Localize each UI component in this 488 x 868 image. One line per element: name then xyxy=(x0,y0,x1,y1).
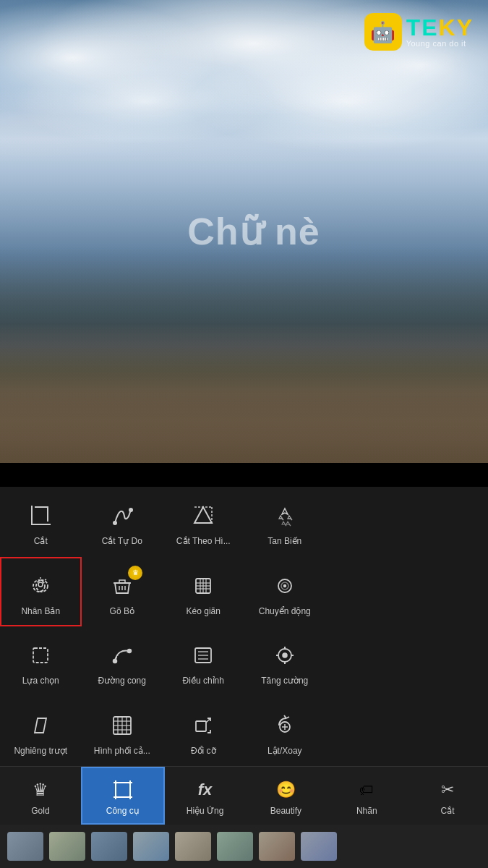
thumb-1[interactable] xyxy=(7,832,43,861)
svg-point-32 xyxy=(113,660,116,663)
tool-lua-chon-label: Lựa chọn xyxy=(22,676,59,686)
svg-rect-53 xyxy=(116,783,130,797)
tool-tan-bien[interactable]: Tan Biến xyxy=(244,487,326,556)
svg-rect-29 xyxy=(33,648,48,663)
nav-hieu-ung[interactable]: fx Hiệu Ứng xyxy=(165,767,246,825)
tool-tan-bien-label: Tan Biến xyxy=(267,536,301,546)
tools-row-1: Cắt Cắt Tự Do xyxy=(0,487,325,556)
teky-name-text: TEKY xyxy=(406,16,474,39)
tool-lat-xoay[interactable]: Lật/Xoay xyxy=(244,697,326,766)
photo-canvas: Chữ nè TEKY Young can do it xyxy=(0,0,488,463)
tool-doi-co[interactable]: Đổi cỡ xyxy=(163,697,244,766)
stretch-icon xyxy=(187,570,219,602)
tool-doi-co-label: Đổi cỡ xyxy=(191,746,216,756)
nav-nhan[interactable]: Nhãn xyxy=(326,767,407,825)
thumbnail-strip[interactable] xyxy=(0,825,488,868)
crop-icon xyxy=(25,500,56,532)
toolbar-panel: Cắt Cắt Tự Do xyxy=(0,487,488,868)
bottom-nav: Gold Công cụ fx xyxy=(0,766,488,825)
tools-row-4: Nghiêng trượt Hình phối cả... xyxy=(0,697,325,766)
thumb-3[interactable] xyxy=(91,832,127,861)
tool-cat[interactable]: Cắt xyxy=(0,487,82,556)
fliprotate-icon xyxy=(269,710,301,741)
tool-tang-cuong[interactable]: Tăng cường xyxy=(244,626,326,696)
resize-icon xyxy=(187,710,219,741)
tool-tang-cuong-label: Tăng cường xyxy=(261,676,308,686)
svg-marker-9 xyxy=(286,522,291,526)
tool-hinh-phoi-ca-label: Hình phối cả... xyxy=(94,746,150,756)
svg-point-33 xyxy=(127,650,131,653)
tool-lua-chon[interactable]: Lựa chọn xyxy=(0,626,82,696)
tool-nhan-ban[interactable]: Nhân Bản xyxy=(0,557,82,626)
tool-keo-gian[interactable]: Kéo giãn xyxy=(163,557,244,626)
nav-cat[interactable]: Cắt xyxy=(407,767,488,825)
tool-lat-xoay-label: Lật/Xoay xyxy=(267,746,302,756)
tool-hinh-phoi-ca[interactable]: Hình phối cả... xyxy=(82,697,163,766)
svg-marker-7 xyxy=(288,516,292,520)
tool-go-bo[interactable]: Gõ Bỏ xyxy=(82,557,163,626)
thumb-7[interactable] xyxy=(259,832,295,861)
motion-icon xyxy=(269,570,301,602)
nav-cong-cu-label: Công cụ xyxy=(106,806,140,816)
nav-cong-cu[interactable]: Công cụ xyxy=(81,767,165,825)
teky-logo: TEKY Young can do it xyxy=(364,13,474,51)
tool-nhan-ban-label: Nhân Bản xyxy=(21,606,60,616)
fade-icon xyxy=(269,500,301,532)
blend-icon xyxy=(106,710,138,741)
svg-point-28 xyxy=(283,584,286,587)
svg-point-12 xyxy=(38,582,43,587)
nav-cat-label: Cắt xyxy=(441,806,455,816)
svg-marker-2 xyxy=(194,507,212,523)
tool-keo-gian-label: Kéo giãn xyxy=(187,606,221,616)
thumb-4[interactable] xyxy=(133,832,169,861)
adjust-icon xyxy=(187,639,219,671)
gold-badge xyxy=(128,566,142,580)
freecut-icon xyxy=(106,500,138,532)
tool-chuyen-dong-label: Chuyển động xyxy=(259,606,311,616)
thumb-5[interactable] xyxy=(175,832,211,861)
fx-icon: fx xyxy=(192,777,218,803)
tool-dieu-chinh[interactable]: Điều chỉnh xyxy=(163,626,244,696)
tool-cat-label: Cắt xyxy=(34,536,48,546)
nav-hieu-ung-label: Hiệu Ứng xyxy=(187,806,224,816)
tool-nghieng-truot-label: Nghiêng trượt xyxy=(14,746,67,756)
teky-tagline-text: Young can do it xyxy=(406,39,474,48)
tool-dieu-chinh-label: Điều chỉnh xyxy=(183,676,224,686)
nav-beautify[interactable]: Beautify xyxy=(245,767,326,825)
overlay-text: Chữ nè xyxy=(187,210,320,253)
nav-beautify-label: Beautify xyxy=(270,806,301,816)
svg-marker-5 xyxy=(282,509,288,514)
scissors-nav-icon xyxy=(435,777,461,803)
tool-chuyen-dong[interactable]: Chuyển động xyxy=(244,557,326,626)
nav-gold-label: Gold xyxy=(31,806,49,816)
nav-nhan-label: Nhãn xyxy=(356,806,377,816)
skew-icon xyxy=(25,710,56,741)
tag-icon xyxy=(354,777,380,803)
teky-robot-icon xyxy=(364,13,402,51)
thumb-6[interactable] xyxy=(217,832,253,861)
svg-marker-6 xyxy=(279,516,283,520)
svg-rect-51 xyxy=(196,721,206,731)
svg-marker-8 xyxy=(282,522,286,526)
curve-icon xyxy=(106,639,138,671)
tool-nghieng-truot[interactable]: Nghiêng trượt xyxy=(0,697,82,766)
tool-duong-cong-label: Đường cong xyxy=(98,676,146,686)
svg-point-43 xyxy=(283,653,287,658)
crown-icon xyxy=(27,777,53,803)
tools-row-3: Lựa chọn Đường cong xyxy=(0,626,325,696)
face-icon xyxy=(273,777,299,803)
svg-line-14 xyxy=(45,579,46,580)
nav-gold[interactable]: Gold xyxy=(0,767,81,825)
clone-icon xyxy=(25,570,56,602)
svg-point-0 xyxy=(113,521,117,525)
tool-go-bo-label: Gõ Bỏ xyxy=(110,606,134,616)
tool-cat-tu-do-label: Cắt Tự Do xyxy=(102,536,142,546)
tool-cat-tu-do[interactable]: Cắt Tự Do xyxy=(82,487,163,556)
teky-brand: TEKY Young can do it xyxy=(406,16,474,48)
tool-cat-theo-hinh[interactable]: Cắt Theo Hì... xyxy=(163,487,244,556)
tool-cat-theo-hinh-label: Cắt Theo Hì... xyxy=(176,536,231,546)
thumb-2[interactable] xyxy=(49,832,85,861)
thumb-8[interactable] xyxy=(301,832,337,861)
tool-duong-cong[interactable]: Đường cong xyxy=(82,626,163,696)
crop-tool-icon xyxy=(110,777,136,803)
